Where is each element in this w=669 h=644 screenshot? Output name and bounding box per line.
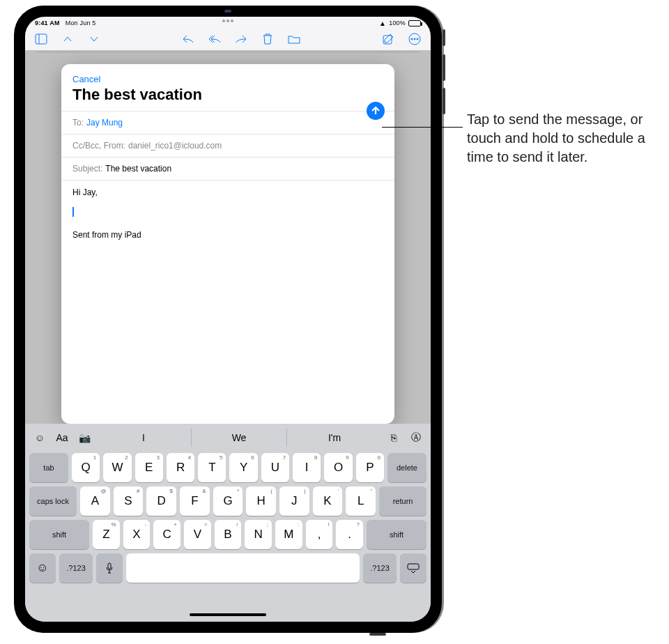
to-label: To:	[72, 118, 84, 128]
ccbcc-field[interactable]: Cc/Bcc, From: daniel_rico1@icloud.com	[61, 134, 394, 157]
key-numbers-left[interactable]: .?123	[59, 553, 93, 583]
sidebar-toggle-icon[interactable]	[33, 31, 49, 47]
key-d[interactable]: D$	[146, 486, 176, 516]
key-v[interactable]: V=	[184, 520, 211, 549]
cancel-button[interactable]: Cancel	[72, 71, 100, 84]
key-y[interactable]: Y6	[229, 453, 257, 482]
send-button[interactable]	[367, 102, 385, 120]
camera-indicator	[224, 10, 231, 13]
prediction-3[interactable]: I'm	[286, 429, 382, 447]
multitask-dots-icon[interactable]	[222, 20, 233, 22]
format-button[interactable]: Aa	[52, 428, 72, 447]
text-caret	[72, 207, 74, 217]
camera-icon[interactable]: 📷	[74, 428, 95, 447]
key-tab[interactable]: tab	[29, 453, 68, 482]
svg-point-5	[414, 38, 415, 40]
subject-field[interactable]: Subject: The best vacation	[61, 157, 394, 180]
trash-icon[interactable]	[260, 31, 275, 47]
status-date: Mon Jun 5	[66, 20, 96, 26]
key-h[interactable]: H(	[246, 486, 276, 516]
svg-rect-0	[36, 34, 47, 44]
key-return[interactable]: return	[379, 486, 426, 516]
frame-notch	[369, 633, 386, 636]
mail-toolbar	[25, 28, 431, 50]
subject-value: The best vacation	[105, 164, 171, 174]
signature: Sent from my iPad	[72, 230, 383, 240]
key-w[interactable]: W2	[103, 453, 131, 482]
emoji-search-icon[interactable]: ☺	[29, 428, 50, 447]
prediction-2[interactable]: We	[191, 429, 286, 447]
compose-icon[interactable]	[380, 31, 396, 47]
key-b[interactable]: B/	[215, 520, 242, 549]
key-p[interactable]: P0	[356, 453, 384, 482]
key-e[interactable]: E3	[135, 453, 163, 482]
scan-doc-icon[interactable]: ⎘	[383, 428, 404, 447]
key-l[interactable]: L"	[346, 486, 376, 516]
key-k[interactable]: K'	[313, 486, 343, 516]
key-f[interactable]: F&	[180, 486, 210, 516]
ipad-frame: 9:41 AM Mon Jun 5 ▲ 100%	[14, 6, 442, 633]
key-x[interactable]: X-	[123, 520, 151, 549]
forward-icon[interactable]	[233, 31, 249, 47]
key-capslock[interactable]: caps lock	[29, 486, 77, 516]
status-time: 9:41 AM	[35, 20, 60, 26]
key-emoji[interactable]: ☺	[29, 553, 56, 583]
key-g[interactable]: G*	[213, 486, 243, 516]
screen: 9:41 AM Mon Jun 5 ▲ 100%	[25, 17, 431, 622]
subject-label: Subject:	[72, 164, 102, 174]
svg-rect-9	[408, 564, 419, 569]
key-dictate[interactable]	[96, 553, 123, 583]
reply-all-icon[interactable]	[207, 31, 222, 47]
home-indicator-area	[25, 608, 431, 622]
key-c[interactable]: C+	[153, 520, 180, 549]
key-n[interactable]: N;	[245, 520, 272, 549]
key-q[interactable]: Q1	[72, 453, 100, 482]
callout-text: Tap to send the message, or touch and ho…	[467, 110, 648, 167]
volume-down-button	[443, 88, 445, 114]
chevron-up-icon[interactable]	[60, 31, 75, 47]
key-m[interactable]: M:	[275, 520, 302, 549]
key-i[interactable]: I8	[293, 453, 321, 482]
more-circle-icon[interactable]	[407, 31, 422, 47]
key-a[interactable]: A@	[80, 486, 110, 516]
from-value: daniel_rico1@icloud.com	[128, 141, 222, 151]
keyboard: ☺ Aa 📷 I We I'm ⎘ Ⓐ tab Q1W2E3R4T5Y6U7I8…	[25, 424, 431, 622]
markup-icon[interactable]: Ⓐ	[406, 428, 426, 447]
key-numbers-right[interactable]: .?123	[363, 553, 397, 583]
volume-up-button	[443, 54, 445, 81]
status-bar: 9:41 AM Mon Jun 5 ▲ 100%	[25, 17, 431, 28]
key-.[interactable]: .?	[336, 520, 363, 549]
reply-icon[interactable]	[180, 31, 196, 47]
body-input[interactable]: Hi Jay, Sent from my iPad	[61, 180, 394, 424]
key-u[interactable]: U7	[261, 453, 289, 482]
prediction-row: ☺ Aa 📷 I We I'm ⎘ Ⓐ	[25, 424, 431, 452]
key-,[interactable]: ,!	[306, 520, 333, 549]
key-o[interactable]: O9	[324, 453, 352, 482]
battery-icon	[408, 20, 421, 26]
key-z[interactable]: Z%	[93, 520, 120, 549]
key-shift-left[interactable]: shift	[29, 520, 89, 549]
compose-sheet: Cancel The best vacation To: Jay Mung Cc…	[61, 64, 394, 424]
compose-title: The best vacation	[61, 84, 394, 111]
ccbcc-label: Cc/Bcc, From:	[72, 141, 125, 151]
wifi-icon: ▲	[379, 20, 386, 27]
key-hide-keyboard-icon[interactable]	[400, 553, 426, 583]
folder-icon[interactable]	[286, 31, 302, 47]
key-shift-right[interactable]: shift	[367, 520, 426, 549]
key-r[interactable]: R4	[167, 453, 194, 482]
key-space[interactable]	[126, 553, 360, 583]
key-s[interactable]: S#	[114, 486, 144, 516]
to-field[interactable]: To: Jay Mung	[61, 111, 394, 134]
status-left: 9:41 AM Mon Jun 5	[35, 20, 96, 26]
svg-point-4	[411, 38, 413, 40]
chevron-down-icon[interactable]	[86, 31, 102, 47]
callout-leader-line	[382, 127, 463, 128]
key-j[interactable]: J)	[279, 486, 309, 516]
battery-pct: 100%	[389, 20, 406, 26]
home-indicator[interactable]	[190, 613, 266, 616]
key-delete[interactable]: delete	[387, 453, 426, 482]
to-value[interactable]: Jay Mung	[86, 118, 123, 128]
prediction-1[interactable]: I	[96, 429, 191, 447]
power-button	[443, 29, 445, 46]
key-t[interactable]: T5	[198, 453, 226, 482]
